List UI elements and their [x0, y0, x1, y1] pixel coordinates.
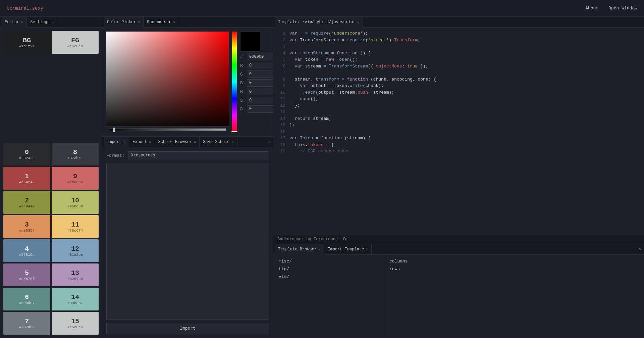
hue-bar[interactable]	[232, 32, 237, 132]
color-cell-2[interactable]: 2#8c9440	[3, 191, 50, 214]
color-cell-10[interactable]: 10#b5bd68	[52, 191, 99, 214]
h-input[interactable]	[247, 88, 274, 95]
import-body: Format: Import	[102, 147, 273, 338]
bg-label: BG	[23, 37, 31, 44]
tab-scheme-browser-close[interactable]: ✕	[194, 140, 196, 144]
preview-box	[240, 32, 260, 52]
template-section: Template Browser ✕ Import Template ✕ ✕ m…	[273, 244, 644, 338]
color-hex-1: #a54242	[19, 180, 35, 184]
tab-color-picker-label: Color Picker	[107, 20, 136, 25]
color-cell-7[interactable]: 7#707880	[3, 312, 50, 335]
code-footer-text: Background: bg Foreground: fg	[277, 237, 347, 242]
tab-save-scheme-label: Save Scheme	[203, 140, 229, 144]
hex-input[interactable]	[247, 53, 274, 60]
code-line: 4 var tokenStream = function () {	[273, 50, 644, 57]
tab-import[interactable]: Import ✕	[104, 137, 129, 147]
color-hex-2: #8c9440	[19, 204, 35, 208]
color-cell-11[interactable]: 11#f0c674	[52, 215, 99, 238]
tab-save-scheme-close[interactable]: ✕	[232, 140, 234, 144]
color-cell-6[interactable]: 6#5e8d87	[3, 288, 50, 310]
tab-import-close[interactable]: ✕	[123, 140, 125, 144]
format-input[interactable]	[128, 151, 269, 159]
open-window-link[interactable]: Open Window	[608, 6, 637, 11]
color-cell-14[interactable]: 14#8abeb7	[52, 288, 99, 310]
color-num-5: 5	[25, 269, 29, 277]
brightness-label: B:	[240, 107, 245, 112]
import-section: Import ✕ Export ✕ Scheme Browser ✕ Save …	[102, 137, 273, 338]
color-cell-5[interactable]: 5#85678f	[3, 263, 50, 286]
color-hex-10: #b5bd68	[67, 204, 83, 208]
color-num-9: 9	[73, 173, 77, 180]
tab-import-template-label: Import Template	[328, 247, 364, 252]
tab-code-editor-close[interactable]: ✕	[357, 20, 359, 24]
hue-handle[interactable]	[231, 131, 237, 132]
tab-color-picker[interactable]: Color Picker ✕	[104, 17, 144, 28]
tab-code-editor[interactable]: Template: /vim/hybrid/javascript ✕	[275, 17, 363, 28]
code-area: Template: /vim/hybrid/javascript ✕ 1 var…	[273, 17, 644, 244]
tab-scheme-browser[interactable]: Scheme Browser ✕	[155, 137, 200, 147]
brightness-track[interactable]	[109, 128, 226, 131]
tab-export[interactable]: Export ✕	[129, 137, 155, 147]
template-item-vim[interactable]: vim/	[273, 273, 384, 281]
color-num-11: 11	[71, 221, 79, 229]
b-input[interactable]	[247, 79, 274, 87]
template-item-misc[interactable]: misc/	[273, 257, 384, 265]
tab-randomiser-close[interactable]: ✕	[173, 20, 175, 24]
import-button[interactable]: Import	[106, 323, 269, 334]
color-cell-4[interactable]: 4#5f819d	[3, 239, 50, 262]
gradient-area[interactable]	[106, 32, 229, 132]
tab-settings[interactable]: Settings ✕	[27, 17, 57, 28]
color-cell-12[interactable]: 12#81a2be	[52, 239, 99, 262]
color-cell-9[interactable]: 9#cc6666	[52, 167, 99, 190]
import-panel-close-all[interactable]: ✕	[268, 140, 270, 144]
color-cell-1[interactable]: 1#a54242	[3, 167, 50, 190]
g-input[interactable]	[247, 70, 274, 78]
color-hex-7: #707880	[19, 325, 35, 329]
g-row: G:	[240, 70, 274, 78]
color-controls: # R: G: B: H	[240, 32, 274, 132]
tab-editor-close[interactable]: ✕	[21, 20, 23, 24]
color-hex-5: #85678f	[19, 277, 35, 281]
color-hex-12: #81a2be	[67, 253, 83, 257]
brightness-row: B:	[240, 105, 274, 113]
code-tabs: Template: /vim/hybrid/javascript ✕	[273, 17, 644, 28]
s-input[interactable]	[247, 97, 274, 104]
template-right-item-columns[interactable]: columns	[384, 257, 644, 265]
tab-template-browser-close[interactable]: ✕	[319, 247, 321, 251]
tab-settings-close[interactable]: ✕	[52, 20, 54, 24]
tab-template-browser[interactable]: Template Browser ✕	[275, 244, 324, 255]
format-label: Format:	[106, 153, 125, 158]
code-content: 1 var _ = require('underscore'); 2 var T…	[273, 28, 644, 235]
brightness-input[interactable]	[247, 105, 274, 113]
color-cell-3[interactable]: 3#de935f	[3, 215, 50, 238]
brightness-handle[interactable]	[113, 128, 115, 132]
color-num-3: 3	[25, 221, 29, 229]
picker-body: # R: G: B: H	[102, 28, 273, 136]
tab-save-scheme[interactable]: Save Scheme ✕	[200, 137, 237, 147]
code-line: 9 var output = token.write(chunk);	[273, 83, 644, 89]
template-right-item-rows[interactable]: rows	[384, 265, 644, 273]
tab-import-template[interactable]: Import Template ✕	[324, 244, 372, 255]
color-cell-13[interactable]: 13#b294bb	[52, 263, 99, 286]
tab-randomiser[interactable]: Randomiser ✕	[144, 17, 179, 28]
r-input[interactable]	[247, 62, 274, 69]
bg-color-cell[interactable]: BG #1d1f21	[3, 31, 50, 54]
color-num-8: 8	[73, 148, 77, 156]
code-line: 1 var _ = require('underscore');	[273, 30, 644, 37]
color-cell-8[interactable]: 8#373b41	[52, 143, 99, 165]
tab-import-template-close[interactable]: ✕	[366, 247, 368, 251]
color-cell-15[interactable]: 15#c5c8c6	[52, 312, 99, 335]
tab-editor[interactable]: Editor ✕	[1, 17, 27, 28]
import-textarea[interactable]	[106, 163, 269, 320]
about-link[interactable]: About	[585, 6, 598, 11]
tab-color-picker-close[interactable]: ✕	[138, 20, 140, 24]
template-left: misc/ tig/ vim/	[273, 255, 384, 338]
template-panel-close-all[interactable]: ✕	[639, 247, 641, 252]
color-grid: BG #1d1f21 FG #c5c8c6	[0, 28, 102, 142]
color-cell-0[interactable]: 0#282a2e	[3, 143, 50, 165]
template-item-tig[interactable]: tig/	[273, 265, 384, 273]
fg-color-cell[interactable]: FG #c5c8c6	[52, 31, 99, 54]
tab-export-close[interactable]: ✕	[149, 140, 151, 144]
brightness-bar[interactable]	[106, 126, 229, 132]
main-layout: Editor ✕ Settings ✕ BG #1d1f21 FG #c5c8c…	[0, 17, 644, 338]
